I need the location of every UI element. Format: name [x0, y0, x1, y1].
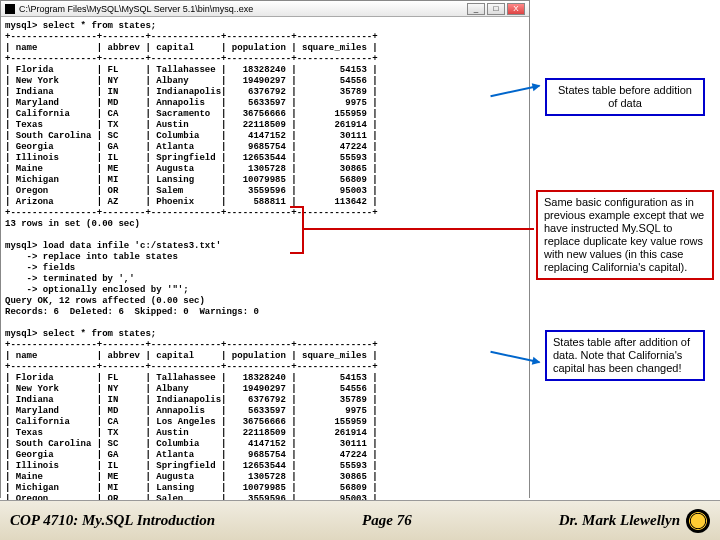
brace-connector: [304, 228, 534, 230]
footer-title: COP 4710: My.SQL Introduction: [10, 512, 215, 529]
window-titlebar: C:\Program Files\MySQL\MySQL Server 5.1\…: [1, 1, 529, 17]
minimize-button[interactable]: _: [467, 3, 485, 15]
slide-footer: COP 4710: My.SQL Introduction Page 76 Dr…: [0, 500, 720, 540]
footer-page: Page 76: [215, 512, 559, 529]
ucf-logo-icon: [686, 509, 710, 533]
maximize-button[interactable]: □: [487, 3, 505, 15]
window-title: C:\Program Files\MySQL\MySQL Server 5.1\…: [19, 4, 253, 14]
annotation-after: States table after addition of data. Not…: [545, 330, 705, 381]
annotation-middle: Same basic configuration as in previous …: [536, 190, 714, 280]
cmd-icon: [5, 4, 15, 14]
close-button[interactable]: X: [507, 3, 525, 15]
console-window: C:\Program Files\MySQL\MySQL Server 5.1\…: [0, 0, 530, 498]
brace-icon: [290, 206, 304, 254]
footer-author: Dr. Mark Llewellyn: [559, 512, 680, 529]
console-output: mysql> select * from states; +----------…: [1, 17, 529, 540]
annotation-before: States table before addition of data: [545, 78, 705, 116]
